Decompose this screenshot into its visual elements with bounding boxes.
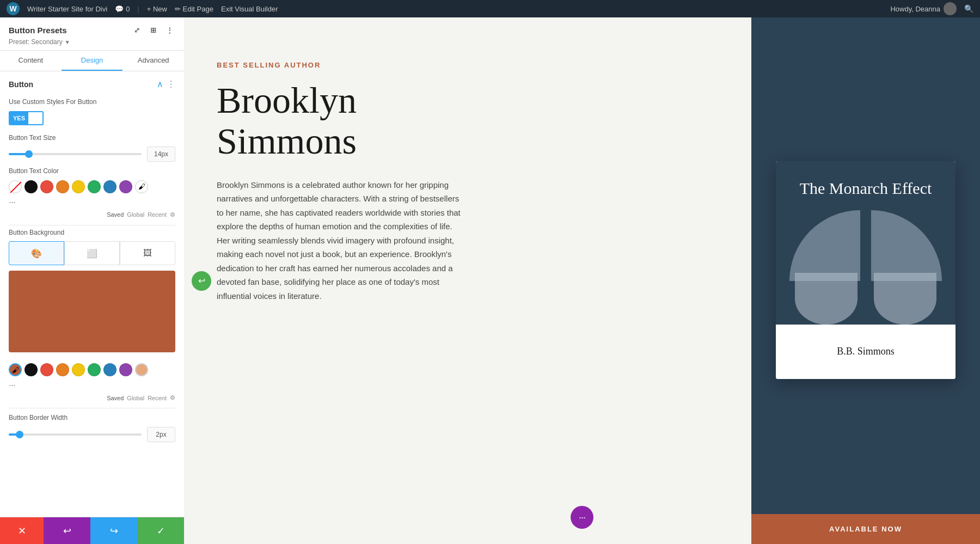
section-icons: ∧ ⋮: [157, 79, 175, 89]
custom-styles-toggle[interactable]: YES: [9, 111, 175, 125]
book-lower: B.B. Simmons: [776, 325, 955, 379]
preset-label[interactable]: Preset: Secondary ▼: [9, 38, 175, 46]
exit-visual-builder-button[interactable]: Exit Visual Builder: [221, 5, 278, 13]
bg-black-swatch[interactable]: [24, 363, 38, 376]
redo-button[interactable]: ↪: [90, 517, 137, 545]
panel-header: Button Presets ⤢ ⊞ ⋮ Preset: Secondary ▼: [0, 17, 184, 51]
border-width-value[interactable]: 2px: [147, 427, 175, 442]
left-panel: Button Presets ⤢ ⊞ ⋮ Preset: Secondary ▼…: [0, 17, 184, 544]
bg-saved-label[interactable]: Saved: [107, 395, 124, 401]
panel-title-text: Button Presets: [9, 26, 67, 35]
bg-orange-swatch[interactable]: [56, 363, 69, 376]
bg-color-meta-row: Saved Global Recent ⚙: [9, 394, 175, 401]
user-info: Howdy, Deanna: [890, 2, 957, 15]
border-width-slider-row: 2px: [9, 427, 175, 442]
bg-label: Button Background: [9, 229, 175, 237]
yes-no-toggle[interactable]: YES: [9, 111, 44, 125]
saved-label[interactable]: Saved: [107, 211, 124, 218]
bg-color-settings-icon[interactable]: ⚙: [170, 394, 175, 401]
bg-green-swatch[interactable]: [88, 363, 101, 376]
more-colors-dots[interactable]: ···: [9, 197, 15, 208]
global-label[interactable]: Global: [127, 211, 144, 218]
bg-image-type-btn[interactable]: 🖼: [120, 241, 175, 265]
save-button[interactable]: ✓: [137, 517, 184, 545]
bg-color-section: 🖌 ··· Saved Global Recent: [0, 363, 184, 408]
border-width-slider-track[interactable]: [9, 433, 142, 436]
bg-more-colors-dots[interactable]: ···: [9, 380, 15, 391]
hero-section: BEST SELLING AUTHOR BrooklynSimmons Broo…: [184, 17, 980, 544]
tab-design[interactable]: Design: [62, 51, 123, 71]
orange-swatch[interactable]: [56, 180, 69, 193]
book-cover: The Monarch Effect: [776, 161, 955, 325]
bg-type-buttons: 🎨 ⬜ 🖼: [9, 241, 175, 265]
no-color-swatch[interactable]: [9, 180, 22, 193]
bg-red-swatch[interactable]: [40, 363, 53, 376]
edit-page-button[interactable]: ✏ Edit Page: [175, 5, 213, 13]
color-settings-icon[interactable]: ⚙: [170, 211, 175, 218]
text-size-slider-track[interactable]: [9, 153, 142, 155]
book-author-name: B.B. Simmons: [837, 346, 895, 357]
bg-custom-swatch[interactable]: [135, 363, 148, 376]
search-icon[interactable]: 🔍: [964, 4, 973, 13]
paint-brush-swatch[interactable]: 🖌: [135, 180, 148, 193]
bg-recent-label[interactable]: Recent: [148, 395, 167, 401]
canvas-area: ↩ BEST SELLING AUTHOR BrooklynSimmons Br…: [184, 17, 980, 544]
hero-left: BEST SELLING AUTHOR BrooklynSimmons Broo…: [184, 17, 751, 544]
site-name-link[interactable]: Writer Starter Site for Divi: [27, 5, 107, 13]
collapse-section-icon[interactable]: ∧: [157, 79, 163, 89]
slider-thumb[interactable]: [25, 150, 33, 158]
panel-tabs: Content Design Advanced: [0, 51, 184, 71]
panel-more-icon[interactable]: ⋮: [163, 24, 175, 36]
border-width-label: Button Border Width: [9, 414, 175, 423]
top-bar: W Writer Starter Site for Divi 💬 0 | + N…: [0, 0, 980, 17]
toggle-yes[interactable]: YES: [10, 112, 28, 124]
bg-global-label[interactable]: Global: [127, 395, 144, 401]
bg-gradient-type-btn[interactable]: ⬜: [64, 241, 120, 265]
preset-chevron-icon: ▼: [65, 39, 70, 45]
bg-yellow-swatch[interactable]: [72, 363, 85, 376]
yellow-swatch[interactable]: [72, 180, 85, 193]
wp-logo-icon[interactable]: W: [7, 2, 20, 15]
text-size-setting: Button Text Size 14px: [0, 131, 184, 168]
custom-styles-label: Use Custom Styles For Button: [9, 98, 175, 107]
section-title-text: Button: [9, 80, 33, 89]
bg-color-type-btn[interactable]: 🎨: [9, 241, 64, 265]
text-size-value[interactable]: 14px: [147, 146, 175, 162]
section-more-icon[interactable]: ⋮: [167, 79, 175, 89]
green-swatch[interactable]: [88, 180, 101, 193]
float-icon[interactable]: ↩: [192, 271, 211, 291]
tab-advanced[interactable]: Advanced: [122, 51, 184, 71]
panel-expand-icon[interactable]: ⤢: [131, 24, 143, 36]
text-color-section: Button Text Color 🖌 ··· Saved: [0, 167, 184, 225]
hero-right: The Monarch Effect: [751, 17, 980, 544]
user-avatar[interactable]: [944, 2, 957, 15]
panel-columns-icon[interactable]: ⊞: [147, 24, 159, 36]
color-meta-row: Saved Global Recent ⚙: [9, 211, 175, 218]
toggle-no[interactable]: [28, 112, 35, 124]
purple-swatch[interactable]: [119, 180, 132, 193]
new-button[interactable]: + New: [147, 5, 167, 13]
red-swatch[interactable]: [40, 180, 53, 193]
recent-label[interactable]: Recent: [148, 211, 167, 218]
custom-styles-setting: Use Custom Styles For Button YES: [0, 95, 184, 131]
hero-author-name: BrooklynSimmons: [217, 80, 719, 162]
bg-blue-swatch[interactable]: [103, 363, 117, 376]
bg-color-preview[interactable]: [9, 271, 175, 352]
panel-footer: ✕ ↩ ↪ ✓: [0, 517, 184, 544]
blue-swatch[interactable]: [103, 180, 117, 193]
available-now-button[interactable]: AVAILABLE NOW: [751, 514, 980, 544]
bg-purple-swatch[interactable]: [119, 363, 132, 376]
panel-title-row: Button Presets ⤢ ⊞ ⋮: [9, 24, 175, 36]
separator: |: [137, 5, 139, 13]
floating-menu-button[interactable]: ···: [571, 506, 593, 529]
undo-button[interactable]: ↩: [44, 517, 90, 545]
close-button[interactable]: ✕: [0, 517, 44, 545]
comment-link[interactable]: 💬 0: [115, 5, 130, 13]
bg-active-swatch[interactable]: 🖌: [9, 363, 22, 376]
comment-count: 0: [126, 5, 130, 13]
bg-color-swatches: 🖌: [9, 363, 175, 376]
black-swatch[interactable]: [24, 180, 38, 193]
tab-content[interactable]: Content: [0, 51, 62, 71]
bg-section: Button Background 🎨 ⬜ 🖼: [0, 225, 184, 364]
border-slider-thumb[interactable]: [16, 431, 23, 438]
